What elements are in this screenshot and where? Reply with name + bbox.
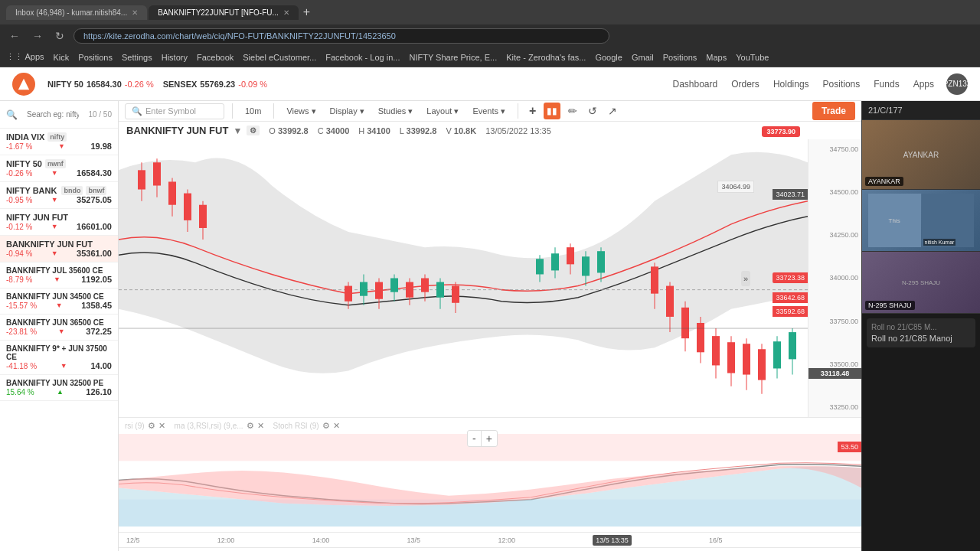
watchlist-item-nifty50[interactable]: NIFTY 50 nwnf -0.26 % ▼ 16584.30 <box>0 155 118 182</box>
nav-dashboard[interactable]: Dashboard <box>672 79 717 90</box>
watchlist-item-banknifty-jul-35600ce[interactable]: BANKNIFTY JUL 35600 CE -8.79 % ▼ 1192.05 <box>0 262 118 289</box>
wi-price-niftybank: 35275.05 <box>77 195 112 204</box>
bookmark-gmail[interactable]: Gmail <box>632 53 654 62</box>
live-badge: 33773.90 <box>762 126 800 137</box>
search-icon: 🔍 <box>132 106 142 116</box>
ma-settings-icon[interactable]: ⚙ <box>247 421 254 431</box>
wi-price-india-vix: 19.98 <box>90 142 112 151</box>
bookmark-positions2[interactable]: Positions <box>663 53 697 62</box>
watchlist-item-niftyjunfut[interactable]: NIFTY JUN FUT -0.12 % ▼ 16601.00 <box>0 209 118 236</box>
zerodha-logo <box>12 73 35 96</box>
reload-button[interactable]: ↻ <box>52 30 67 42</box>
watchlist-item-india-vix[interactable]: INDIA VIX nifty -1.67 % ▼ 19.98 <box>0 129 118 155</box>
video-tile-shash: N-295 SHAJU N-295 SHAJU <box>862 252 980 314</box>
chart-svg-container[interactable]: + 34064.99 34023.71 33723.38 33642.68 33… <box>119 139 808 417</box>
bookmark-history[interactable]: History <box>162 53 188 62</box>
bookmark-settings[interactable]: Settings <box>122 53 152 62</box>
rsi-settings-icon[interactable]: ⚙ <box>148 421 155 431</box>
price-axis: 34750.00 34500.00 34250.00 34000.00 3375… <box>808 139 861 417</box>
sensex-pill: SENSEX 55769.23 -0.09 % <box>163 80 267 89</box>
bookmark-facebook[interactable]: Facebook <box>197 53 234 62</box>
bookmark-apps[interactable]: ⋮⋮ Apps <box>6 52 44 62</box>
watchlist-search-input[interactable] <box>21 106 85 123</box>
tab-inbox[interactable]: Inbox (46,948) - kumar.nitish84... ✕ <box>6 5 147 20</box>
candle-chart-button[interactable]: ▮▮ <box>544 103 560 119</box>
add-study-button[interactable]: + <box>526 101 539 121</box>
svg-rect-37 <box>651 266 658 293</box>
browser-bar: Inbox (46,948) - kumar.nitish84... ✕ BAN… <box>0 0 980 24</box>
address-bar: ← → ↻ <box>0 24 980 47</box>
watchlist-item-banknifty-9-37500ce[interactable]: BANKNIFTY 9* + JUN 37500 CE -41.18 % ▼ 1… <box>0 341 118 375</box>
divider-2 <box>273 103 274 119</box>
share-button[interactable]: ↗ <box>605 102 620 120</box>
watchlist-counter: 10 / 50 <box>88 110 112 119</box>
bookmark-nifty[interactable]: NIFTY Share Price, E... <box>409 53 497 62</box>
zoom-out-button[interactable]: - <box>468 431 481 446</box>
layout-button[interactable]: Layout ▾ <box>422 104 463 119</box>
bookmark-positions[interactable]: Positions <box>78 53 113 62</box>
watchlist-item-niftybank[interactable]: NIFTY BANK bndo bnwf -0.95 % ▼ 35275.05 <box>0 182 118 209</box>
watchlist-item-banknifty-jun-34500ce[interactable]: BANKNIFTY JUN 34500 CE -15.57 % ▼ 1358.4… <box>0 289 118 315</box>
bookmark-google[interactable]: Google <box>595 53 622 62</box>
watchlist-item-banknifty-jun-32500pe[interactable]: BANKNIFTY JUN 32500 PE 15.64 % ▲ 126.10 <box>0 375 118 401</box>
ma-close-icon[interactable]: ✕ <box>257 421 264 431</box>
ohlc-info: O 33992.8 C 34000 H 34100 L 33992.8 V 10… <box>269 126 551 135</box>
nav-positions[interactable]: Positions <box>823 79 861 90</box>
nifty-value: 16584.30 <box>87 80 122 89</box>
x-label-highlight: 13/5 13:35 <box>593 535 632 546</box>
stoch-close-icon[interactable]: ✕ <box>333 421 340 431</box>
nav-orders[interactable]: Orders <box>731 79 760 90</box>
refresh-button[interactable]: ↺ <box>585 102 600 120</box>
bookmark-kite-zero[interactable]: Kite - Zerodha's fas... <box>506 53 586 62</box>
svg-rect-13 <box>360 282 368 296</box>
nav-funds[interactable]: Funds <box>874 79 899 90</box>
tab-chart[interactable]: BANKNIFTY22JUNFUT [NFO-FU... ✕ <box>149 5 299 20</box>
forward-button[interactable]: → <box>29 30 46 42</box>
tab-close-inbox[interactable]: ✕ <box>132 8 138 17</box>
views-button[interactable]: Views ▾ <box>282 104 320 119</box>
watchlist-search-bar: 🔍 10 / 50 <box>0 101 118 129</box>
studies-button[interactable]: Studies ▾ <box>374 104 418 119</box>
interval-button[interactable]: 10m <box>240 104 266 118</box>
bookmark-kite[interactable]: Kick <box>54 53 70 62</box>
chart-toolbar: 🔍 Enter Symbol 10m Views ▾ Display ▾ Stu… <box>119 101 861 122</box>
address-input[interactable] <box>74 28 609 44</box>
rsi-close-icon[interactable]: ✕ <box>158 421 165 431</box>
video-tile-person2: This nitish Kumar <box>862 190 980 252</box>
sensex-label: SENSEX <box>163 80 198 89</box>
draw-button[interactable]: ✏ <box>565 102 580 120</box>
search-icon: 🔍 <box>6 109 18 120</box>
user-avatar[interactable]: PZN133 <box>946 73 968 95</box>
chat-area: Roll no 21/C85 M... Roll no 21/C85 Manoj <box>862 314 980 551</box>
watchlist-sidebar: 🔍 10 / 50 INDIA VIX nifty -1.67 % ▼ 19.9… <box>0 101 119 551</box>
events-button[interactable]: Events ▾ <box>468 104 510 119</box>
svg-rect-11 <box>345 286 352 302</box>
sensex-value: 55769.23 <box>200 80 235 89</box>
bookmark-fb-login[interactable]: Facebook - Log in... <box>325 53 400 62</box>
chart-area: 🔍 Enter Symbol 10m Views ▾ Display ▾ Stu… <box>119 101 861 551</box>
bookmark-youtube[interactable]: YouTube <box>736 53 769 62</box>
zoom-in-button[interactable]: + <box>482 431 497 446</box>
back-button[interactable]: ← <box>6 30 23 42</box>
bookmark-maps[interactable]: Maps <box>706 53 727 62</box>
expand-button[interactable]: » <box>741 271 750 286</box>
watchlist-item-banknifty-jun-36500ce[interactable]: BANKNIFTY JUN 36500 CE -23.81 % ▼ 372.25 <box>0 315 118 341</box>
stoch-settings-icon[interactable]: ⚙ <box>322 421 330 431</box>
watchlist-item-bankniftyjunfut[interactable]: BANKNIFTY JUN FUT -0.94 % ▼ 35361.00 <box>0 236 118 262</box>
nav-holdings[interactable]: Holdings <box>773 79 809 90</box>
new-tab-button[interactable]: + <box>300 5 313 19</box>
tab-label-chart: BANKNIFTY22JUNFUT [NFO-FU... <box>158 8 279 17</box>
nav-apps[interactable]: Apps <box>913 79 934 90</box>
rsi-label: rsi (9) ⚙ ✕ <box>125 421 165 431</box>
svg-rect-31 <box>567 247 574 264</box>
zoom-controls: - + <box>467 430 498 447</box>
trade-button[interactable]: Trade <box>812 102 855 120</box>
x-label-3: 13/5 <box>407 536 421 544</box>
price-badge-2: 34023.71 <box>773 189 808 200</box>
ma-label: ma (3,RSI,rsi) (9,e... ⚙ ✕ <box>175 421 264 431</box>
symbol-input[interactable]: 🔍 Enter Symbol <box>125 103 224 119</box>
tab-close-chart[interactable]: ✕ <box>283 8 289 17</box>
display-button[interactable]: Display ▾ <box>325 104 369 119</box>
divider-1 <box>232 103 233 119</box>
bookmark-siebel[interactable]: Siebel eCustomer... <box>243 53 316 62</box>
